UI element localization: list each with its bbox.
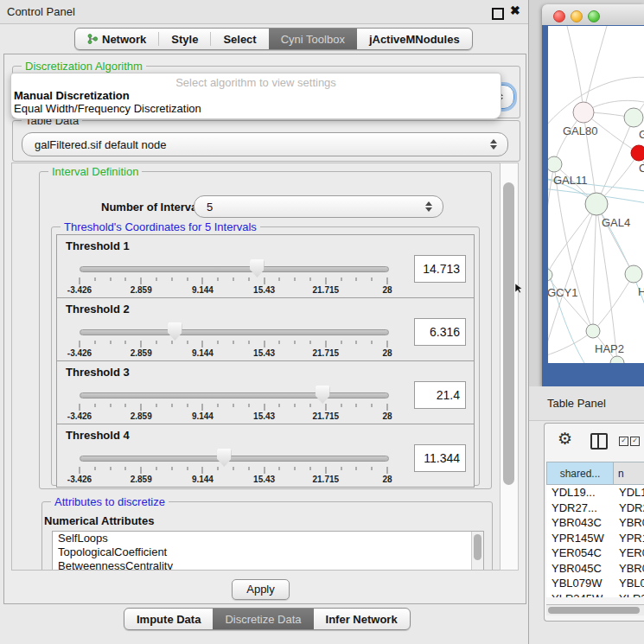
close-icon[interactable]: ✖ (510, 3, 520, 17)
zoom-traffic-light[interactable] (588, 10, 600, 22)
network-node[interactable] (624, 108, 643, 127)
threshold-value-field[interactable]: 21.4 (414, 381, 466, 409)
float-window-icon[interactable] (492, 8, 504, 20)
column-header-shared-name[interactable]: shared... (546, 462, 614, 485)
table-horizontal-scrollbar[interactable] (546, 604, 644, 615)
table-row[interactable]: YPR145WYPR1 (546, 531, 644, 546)
threshold-label: Threshold 1 (66, 239, 130, 252)
column-header-name[interactable]: n (614, 462, 644, 485)
table-cell[interactable]: YDR2 (615, 501, 644, 514)
table-cell[interactable]: YBR0 (615, 516, 644, 529)
table-cell[interactable]: YBR043C (546, 516, 615, 529)
table-cell[interactable]: YLR3 (615, 592, 644, 597)
table-row[interactable]: YDR27...YDR2 (546, 501, 644, 516)
table-row[interactable]: YBR045CYBR0 (546, 561, 644, 577)
tab-impute-data[interactable]: Impute Data (124, 609, 213, 629)
network-canvas[interactable]: GAL80GACGAL11GAL4GCY1HHAP2 (548, 26, 644, 363)
close-traffic-light[interactable] (553, 10, 565, 22)
slider-track[interactable] (80, 392, 389, 399)
table-row[interactable]: YBL079WYBL0 (546, 576, 644, 591)
network-edge (596, 204, 634, 274)
num-intervals-label: Number of Intervals (101, 201, 207, 214)
slider-track[interactable] (80, 329, 389, 335)
table-cell[interactable]: YDL1 (615, 486, 644, 499)
network-node[interactable] (573, 102, 594, 123)
network-node[interactable] (586, 324, 600, 338)
dropdown-option-equal-width-frequency[interactable]: Equal Width/Frequency Discretization (14, 102, 201, 115)
column-checkbox-icon[interactable]: ✓ (630, 437, 640, 446)
slider-thumb[interactable] (217, 449, 232, 467)
table-row[interactable]: YDL19...YDL1 (546, 485, 644, 501)
threshold-panel: Threshold 2 -3.4262.8599.14415.4321.7152… (56, 297, 475, 361)
table-cell[interactable]: YBL079W (546, 577, 615, 590)
slider-track[interactable] (80, 456, 389, 462)
threshold-value-field[interactable]: 11.344 (414, 444, 466, 472)
table-cell[interactable]: YER054C (546, 546, 615, 559)
split-columns-icon[interactable] (590, 433, 608, 450)
threshold-slider[interactable]: -3.4262.8599.14415.4321.71528 (80, 385, 387, 421)
table-cell[interactable]: YDR27... (546, 501, 615, 514)
threshold-value-field[interactable]: 6.316 (414, 318, 466, 346)
network-node[interactable] (585, 193, 608, 215)
threshold-slider[interactable]: -3.4262.8599.14415.4321.71528 (80, 258, 387, 295)
attributes-group: Attributes to discretize Numerical Attri… (41, 501, 493, 571)
node-label: GAL11 (553, 174, 588, 187)
tab-jactivemnodules[interactable]: jActiveMNodules (357, 29, 472, 49)
network-edge (593, 204, 596, 331)
top-tab-bar: Network Style Select Cyni Toolbox jActiv… (74, 28, 473, 50)
table-cell[interactable]: YBL0 (615, 577, 644, 590)
dropdown-option-manual-discretization[interactable]: Manual Discretization (14, 89, 130, 102)
table-row[interactable]: YBR043CYBR0 (546, 515, 644, 531)
scrollbar-thumb[interactable] (548, 607, 640, 614)
control-panel-titlebar: Control Panel ✖ (0, 0, 528, 24)
num-intervals-combobox[interactable]: 5 (194, 195, 443, 218)
table-data-combobox[interactable]: galFiltered.sif default node (22, 132, 508, 156)
settings-vertical-scrollbar[interactable] (500, 163, 519, 571)
gear-icon[interactable]: ⚙ (558, 430, 572, 447)
slider-track[interactable] (80, 266, 389, 272)
attribute-item[interactable]: SelfLoops (53, 532, 483, 545)
tab-cyni-toolbox[interactable]: Cyni Toolbox (269, 29, 357, 49)
table-row[interactable]: YER054CYER0 (546, 545, 644, 561)
apply-button[interactable]: Apply (232, 579, 290, 600)
slider-thumb[interactable] (316, 386, 330, 404)
slider-thumb[interactable] (168, 322, 182, 341)
network-graph[interactable]: GAL80GACGAL11GAL4GCY1HHAP2 (548, 26, 644, 363)
attribute-item[interactable]: BetweennessCentrality (53, 559, 483, 571)
attribute-item[interactable]: TopologicalCoefficient (53, 545, 483, 559)
network-node[interactable] (625, 265, 642, 283)
network-node[interactable] (631, 145, 644, 161)
threshold-slider[interactable]: -3.4262.8599.14415.4321.71528 (80, 448, 387, 484)
table-cell[interactable]: YLR345W (546, 592, 615, 597)
tab-infer-network[interactable]: Infer Network (314, 609, 410, 629)
network-window-titlebar[interactable] (542, 4, 644, 26)
network-view-window: GAL80GACGAL11GAL4GCY1HHAP2 (542, 4, 644, 386)
slider-thumb[interactable] (250, 259, 265, 277)
threshold-slider[interactable]: -3.4262.8599.14415.4321.71528 (80, 322, 387, 358)
tab-network[interactable]: Network (75, 29, 158, 49)
tab-discretize-data[interactable]: Discretize Data (213, 609, 313, 629)
numerical-attributes-list[interactable]: SelfLoopsTopologicalCoefficientBetweenne… (52, 531, 484, 571)
group-title: Threshold's Coordinates for 5 Intervals (61, 220, 260, 233)
tab-select[interactable]: Select (211, 29, 268, 49)
bottom-tab-bar: Impute Data Discretize Data Infer Networ… (124, 608, 411, 630)
column-checkbox-icon[interactable]: ✓ (619, 437, 628, 446)
tab-style[interactable]: Style (159, 29, 210, 49)
table-cell[interactable]: YBR045C (546, 562, 615, 575)
group-title: Attributes to discretize (51, 495, 169, 508)
scrollbar-thumb[interactable] (503, 182, 514, 485)
scrollbar-thumb[interactable] (474, 534, 481, 560)
network-node[interactable] (548, 269, 552, 281)
table-cell[interactable]: YDL19... (546, 486, 615, 499)
network-edge (583, 26, 607, 112)
table-cell[interactable]: YPR145W (546, 532, 615, 545)
table-cell[interactable]: YER0 (615, 546, 644, 559)
threshold-value-field[interactable]: 14.713 (414, 255, 466, 283)
table-row[interactable]: YLR345WYLR3 (546, 591, 644, 598)
table-cell[interactable]: YBR0 (615, 562, 644, 575)
table-cell[interactable]: YPR1 (615, 532, 644, 545)
minimize-traffic-light[interactable] (571, 10, 583, 22)
network-node[interactable] (610, 356, 624, 363)
network-node[interactable] (548, 156, 562, 172)
list-scrollbar[interactable] (471, 532, 483, 571)
